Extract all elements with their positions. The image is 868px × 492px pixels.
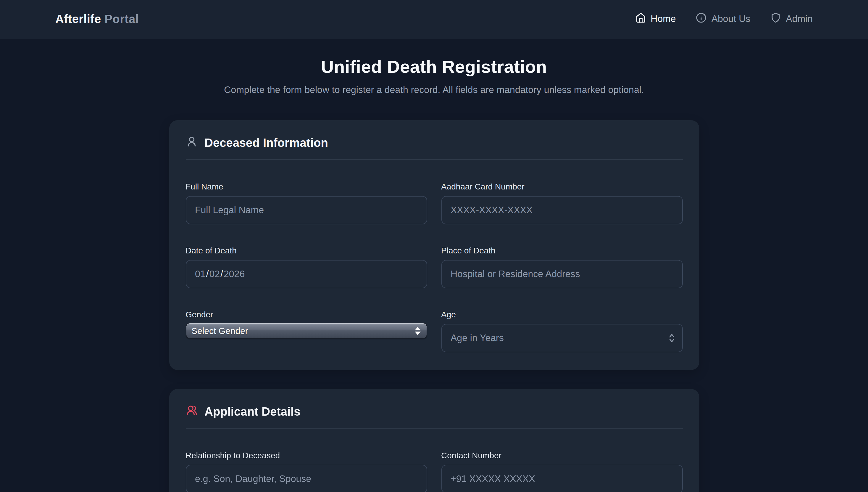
- relationship-label: Relationship to Deceased: [185, 450, 427, 460]
- date-separator: /: [206, 269, 209, 279]
- page-subtitle: Complete the form below to register a de…: [0, 83, 868, 97]
- aadhaar-input[interactable]: [441, 196, 683, 224]
- page-title: Unified Death Registration: [0, 56, 868, 78]
- brand-logo[interactable]: Afterlife Portal: [55, 12, 139, 26]
- number-spinner-icon[interactable]: [668, 334, 675, 343]
- section-divider: [185, 159, 683, 160]
- gender-field-group: Gender Select Gender: [185, 310, 427, 352]
- age-input[interactable]: [441, 324, 683, 352]
- section-title: Applicant Details: [205, 405, 300, 418]
- nav-item-admin[interactable]: Admin: [770, 13, 813, 25]
- full-name-label: Full Name: [185, 182, 427, 191]
- main-content: Unified Death Registration Complete the …: [0, 39, 868, 492]
- contact-number-input[interactable]: [441, 465, 683, 492]
- shield-icon: [770, 13, 781, 25]
- gender-select[interactable]: Select Gender: [185, 323, 427, 339]
- info-icon: [696, 13, 707, 25]
- nav-item-about-us[interactable]: About Us: [696, 13, 751, 25]
- deceased-section-header: Deceased Information: [185, 136, 683, 150]
- aadhaar-label: Aadhaar Card Number: [441, 182, 683, 191]
- applicant-details-card: Applicant Details Relationship to Deceas…: [169, 389, 699, 492]
- relationship-input[interactable]: [185, 465, 427, 492]
- date-month-segment[interactable]: 02: [209, 269, 220, 279]
- age-label: Age: [441, 310, 683, 319]
- home-icon: [635, 13, 646, 25]
- relationship-field-group: Relationship to Deceased: [185, 450, 427, 492]
- place-of-death-label: Place of Death: [441, 246, 683, 255]
- nav-links: Home About Us Admin: [635, 13, 813, 25]
- section-title: Deceased Information: [205, 136, 328, 149]
- nav-item-label: Home: [651, 14, 676, 24]
- users-icon: [185, 404, 197, 419]
- applicant-section-header: Applicant Details: [185, 404, 683, 419]
- contact-number-label: Contact Number: [441, 450, 683, 460]
- select-updown-icon: [415, 326, 420, 335]
- place-of-death-field-group: Place of Death: [441, 246, 683, 288]
- user-icon: [185, 136, 197, 150]
- aadhaar-field-group: Aadhaar Card Number: [441, 182, 683, 224]
- top-navbar: Afterlife Portal Home About Us: [0, 0, 868, 39]
- date-of-death-label: Date of Death: [185, 246, 427, 255]
- date-year-segment[interactable]: 2026: [223, 269, 245, 279]
- gender-selected-value: Select Gender: [191, 326, 415, 336]
- nav-item-home[interactable]: Home: [635, 13, 676, 25]
- brand-primary: Afterlife: [55, 12, 101, 25]
- brand-secondary: Portal: [104, 12, 139, 25]
- full-name-field-group: Full Name: [185, 182, 427, 224]
- date-of-death-input[interactable]: 01 / 02 / 2026: [185, 260, 427, 288]
- afterlife-portal-page: Afterlife Portal Home About Us: [0, 0, 868, 492]
- date-of-death-field-group: Date of Death 01 / 02 / 2026: [185, 246, 427, 288]
- date-day-segment[interactable]: 01: [195, 269, 206, 279]
- age-field-group: Age: [441, 310, 683, 352]
- section-divider: [185, 428, 683, 429]
- nav-item-label: About Us: [711, 14, 751, 24]
- date-separator: /: [220, 269, 223, 279]
- nav-item-label: Admin: [786, 14, 813, 24]
- gender-label: Gender: [185, 310, 427, 319]
- deceased-information-card: Deceased Information Full Name Aadhaar C…: [169, 120, 699, 370]
- full-name-input[interactable]: [185, 196, 427, 224]
- contact-number-field-group: Contact Number: [441, 450, 683, 492]
- place-of-death-input[interactable]: [441, 260, 683, 288]
